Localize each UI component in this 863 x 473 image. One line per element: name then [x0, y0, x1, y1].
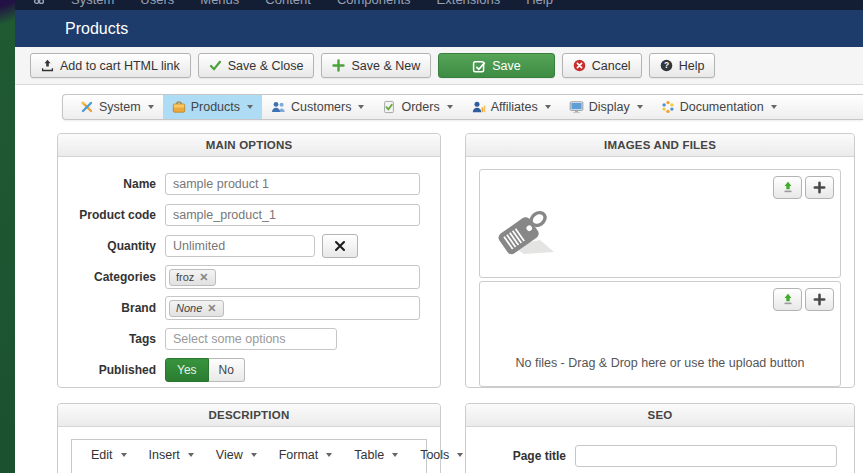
chevron-down-icon	[251, 453, 257, 457]
display-monitor-icon	[569, 100, 584, 114]
customers-people-icon	[271, 100, 286, 114]
categories-select[interactable]: froz ✕	[165, 265, 420, 289]
main-options-panel: MAIN OPTIONS Name Product code Quantity …	[57, 133, 441, 388]
remove-chip-icon[interactable]: ✕	[207, 302, 216, 315]
seo-title: SEO	[466, 404, 854, 427]
editor-menu-format[interactable]: Format	[268, 446, 344, 464]
toolbar: Add to cart HTML link Save & Close Save …	[15, 47, 863, 85]
add-image-button[interactable]	[805, 176, 834, 199]
tags-input[interactable]	[165, 328, 337, 350]
images-dropzone[interactable]	[479, 169, 841, 278]
tab-affiliates[interactable]: Affiliates	[462, 95, 560, 119]
editor-menu-view[interactable]: View	[205, 446, 268, 464]
upload-icon	[41, 59, 54, 72]
svg-text:?: ?	[664, 60, 669, 70]
quantity-input[interactable]	[165, 235, 315, 257]
tab-documentation[interactable]: Documentation	[652, 95, 786, 119]
product-edit-screen: System Users Menus Content Components Ex…	[0, 0, 863, 473]
remove-chip-icon[interactable]: ✕	[199, 271, 208, 284]
help-button[interactable]: ? Help	[649, 53, 716, 78]
add-file-button[interactable]	[805, 288, 834, 311]
tab-orders[interactable]: Orders	[373, 95, 461, 119]
editor-menubar: Edit Insert View Format Table Tools	[72, 440, 426, 471]
product-tag-image	[492, 200, 562, 266]
tab-system[interactable]: System	[71, 95, 163, 119]
main-options-title: MAIN OPTIONS	[58, 134, 440, 157]
tags-label: Tags	[58, 332, 156, 346]
brand-label: Brand	[58, 301, 156, 315]
save-button[interactable]: Save	[438, 53, 555, 78]
no-files-message: No files - Drag & Drop here or use the u…	[480, 356, 840, 370]
page-title-label: Page title	[466, 449, 566, 463]
affiliates-person-chart-icon	[471, 100, 486, 114]
published-no-button[interactable]: No	[209, 358, 245, 382]
chevron-down-icon	[771, 105, 777, 109]
chevron-down-icon	[326, 453, 332, 457]
editor-menu-insert[interactable]: Insert	[138, 446, 205, 464]
template-background-strip	[0, 0, 15, 473]
name-label: Name	[58, 177, 156, 191]
menubar-item-users[interactable]: Users	[140, 0, 174, 7]
chevron-down-icon	[188, 453, 194, 457]
chevron-down-icon	[358, 105, 364, 109]
editor-menu-edit[interactable]: Edit	[80, 446, 138, 464]
product-code-label: Product code	[58, 208, 156, 222]
published-yes-button[interactable]: Yes	[165, 358, 209, 382]
product-code-input[interactable]	[165, 204, 420, 226]
chevron-down-icon	[247, 105, 253, 109]
plus-icon	[332, 59, 345, 72]
tab-products[interactable]: Products	[163, 95, 262, 119]
save-and-new-button[interactable]: Save & New	[321, 53, 431, 78]
description-panel: DESCRIPTION Edit Insert View Format Tabl…	[57, 403, 441, 473]
upload-image-button[interactable]	[773, 176, 802, 199]
upload-file-button[interactable]	[773, 288, 802, 311]
images-and-files-title: IMAGES AND FILES	[466, 134, 854, 157]
menubar-item-extensions[interactable]: Extensions	[437, 0, 501, 7]
help-icon: ?	[660, 59, 673, 72]
quantity-label: Quantity	[58, 239, 156, 253]
add-to-cart-html-link-button[interactable]: Add to cart HTML link	[30, 53, 191, 78]
name-input[interactable]	[165, 173, 420, 195]
documentation-pinwheel-icon	[661, 100, 675, 114]
check-icon	[209, 59, 222, 72]
orders-check-page-icon	[382, 100, 396, 114]
chevron-down-icon	[545, 105, 551, 109]
cancel-button[interactable]: Cancel	[562, 53, 642, 78]
menubar-item-menus[interactable]: Menus	[200, 0, 239, 7]
system-tools-icon	[80, 100, 94, 114]
category-chip: froz ✕	[169, 269, 216, 286]
save-check-square-icon	[472, 59, 486, 73]
rich-text-editor: Edit Insert View Format Table Tools B I …	[71, 439, 427, 473]
chevron-down-icon	[121, 453, 127, 457]
editor-menu-table[interactable]: Table	[343, 446, 409, 464]
chevron-down-icon	[392, 453, 398, 457]
files-dropzone[interactable]: No files - Drag & Drop here or use the u…	[479, 281, 841, 387]
tab-display[interactable]: Display	[560, 95, 652, 119]
description-title: DESCRIPTION	[58, 404, 440, 427]
admin-menubar: System Users Menus Content Components Ex…	[15, 0, 863, 10]
menubar-item-components[interactable]: Components	[337, 0, 411, 7]
menubar-item-help[interactable]: Help	[526, 0, 553, 7]
categories-label: Categories	[58, 270, 156, 284]
menubar-item-content[interactable]: Content	[265, 0, 311, 7]
chevron-down-icon	[637, 105, 643, 109]
chevron-down-icon	[148, 105, 154, 109]
brand-chip: None ✕	[169, 300, 224, 317]
tab-customers[interactable]: Customers	[262, 95, 373, 119]
page-title: Products	[65, 10, 863, 47]
brand-select[interactable]: None ✕	[165, 296, 420, 320]
page-title-bar: Products	[15, 10, 863, 47]
products-box-icon	[172, 100, 186, 114]
chevron-down-icon	[457, 453, 463, 457]
chevron-down-icon	[447, 105, 453, 109]
published-label: Published	[58, 363, 156, 377]
page-title-input[interactable]	[575, 445, 837, 467]
component-tabnav: System Products Customers Orders Affilia…	[62, 94, 863, 120]
seo-panel: SEO Page title	[465, 403, 855, 473]
joomla-logo-icon	[33, 0, 45, 5]
clear-quantity-button[interactable]	[322, 234, 358, 258]
save-and-close-button[interactable]: Save & Close	[198, 53, 315, 78]
menubar-item-system[interactable]: System	[71, 0, 114, 7]
images-and-files-panel: IMAGES AND FILES	[465, 133, 855, 388]
cancel-icon	[573, 59, 586, 72]
